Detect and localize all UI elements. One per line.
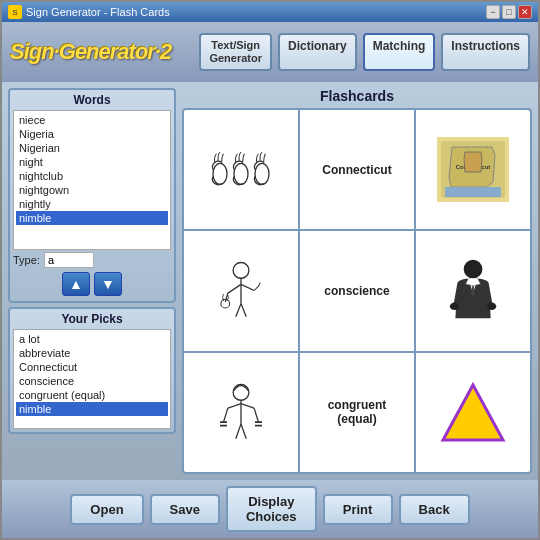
minimize-button[interactable]: −: [486, 5, 500, 19]
picks-list[interactable]: a lot abbreviate Connecticut conscience …: [13, 329, 171, 429]
word-item[interactable]: Nigerian: [16, 141, 168, 155]
flashcards-grid: Connecticut Connecticut: [182, 108, 532, 474]
title-bar: S Sign Generator - Flash Cards − □ ✕: [2, 2, 538, 22]
nav-instructions[interactable]: Instructions: [441, 33, 530, 71]
pick-item[interactable]: Connecticut: [16, 360, 168, 374]
word-connecticut: Connecticut: [322, 163, 391, 177]
type-label: Type:: [13, 254, 40, 266]
fc-sign-conscience: [184, 231, 298, 350]
toolbar: Open Save Display Choices Print Back: [2, 480, 538, 538]
display-choices-button[interactable]: Display Choices: [226, 486, 317, 532]
header: Sign·Generator·2 Text/Sign Generator Dic…: [2, 22, 538, 82]
word-item[interactable]: nightgown: [16, 183, 168, 197]
flashcards-title: Flashcards: [182, 88, 532, 104]
nav-dictionary[interactable]: Dictionary: [278, 33, 357, 71]
svg-rect-5: [445, 187, 501, 197]
svg-point-12: [233, 384, 249, 400]
left-panel: Words niece Nigeria Nigerian night night…: [8, 88, 176, 474]
fc-word-conscience: conscience: [300, 231, 414, 350]
pick-item[interactable]: congruent (equal): [16, 388, 168, 402]
arrow-up-button[interactable]: ▲: [62, 272, 90, 296]
fc-silhouette-conscience: [416, 231, 530, 350]
pick-item[interactable]: conscience: [16, 374, 168, 388]
svg-point-1: [234, 164, 248, 185]
person-silhouette-svg: [446, 258, 501, 323]
fc-map-connecticut: Connecticut: [416, 110, 530, 229]
word-item[interactable]: nightclub: [16, 169, 168, 183]
svg-point-11: [486, 303, 495, 310]
right-panel: Flashcards: [182, 88, 532, 474]
main-window: S Sign Generator - Flash Cards − □ ✕ Sig…: [0, 0, 540, 540]
maximize-button[interactable]: □: [502, 5, 516, 19]
word-item[interactable]: nightly: [16, 197, 168, 211]
nav-buttons: Text/Sign Generator Dictionary Matching …: [183, 33, 530, 71]
connecticut-sign-svg: [206, 137, 276, 202]
fc-word-connecticut: Connecticut: [300, 110, 414, 229]
conscience-sign-svg: [206, 258, 276, 323]
word-list[interactable]: niece Nigeria Nigerian night nightclub n…: [13, 110, 171, 250]
svg-point-7: [233, 263, 249, 279]
type-row: Type:: [13, 250, 171, 270]
word-conscience: conscience: [324, 284, 389, 298]
fc-word-congruent: congruent(equal): [300, 353, 414, 472]
fc-sign-connecticut: [184, 110, 298, 229]
picks-box: Your Picks a lot abbreviate Connecticut …: [8, 307, 176, 434]
svg-point-0: [213, 164, 227, 185]
words-box: Words niece Nigeria Nigerian night night…: [8, 88, 176, 303]
word-congruent: congruent(equal): [328, 398, 387, 426]
svg-point-10: [449, 303, 458, 310]
picks-title: Your Picks: [13, 312, 171, 326]
svg-point-2: [255, 164, 269, 185]
close-button[interactable]: ✕: [518, 5, 532, 19]
word-item[interactable]: night: [16, 155, 168, 169]
words-title: Words: [13, 93, 171, 107]
app-logo: Sign·Generator·2: [10, 39, 171, 65]
title-bar-controls: − □ ✕: [486, 5, 532, 19]
fc-triangle-congruent: [416, 353, 530, 472]
title-bar-left: S Sign Generator - Flash Cards: [8, 5, 170, 19]
save-button[interactable]: Save: [150, 494, 220, 525]
nav-text-sign[interactable]: Text/Sign Generator: [199, 33, 272, 71]
svg-marker-13: [443, 385, 503, 440]
pick-item-selected[interactable]: nimble: [16, 402, 168, 416]
word-item-selected[interactable]: nimble: [16, 211, 168, 225]
print-button[interactable]: Print: [323, 494, 393, 525]
pick-item[interactable]: a lot: [16, 332, 168, 346]
congruent-sign-svg: [206, 380, 276, 445]
open-button[interactable]: Open: [70, 494, 143, 525]
nav-matching[interactable]: Matching: [363, 33, 436, 71]
pick-item[interactable]: abbreviate: [16, 346, 168, 360]
triangle-svg: [438, 380, 508, 445]
triangle-container: [438, 380, 508, 445]
fc-sign-congruent: [184, 353, 298, 472]
back-button[interactable]: Back: [399, 494, 470, 525]
svg-point-9: [463, 260, 482, 279]
type-input[interactable]: [44, 252, 94, 268]
arrow-down-button[interactable]: ▼: [94, 272, 122, 296]
app-icon: S: [8, 5, 22, 19]
arrow-buttons: ▲ ▼: [13, 270, 171, 298]
window-title: Sign Generator - Flash Cards: [26, 6, 170, 18]
word-item[interactable]: niece: [16, 113, 168, 127]
connecticut-map-svg: Connecticut: [437, 137, 509, 202]
word-item[interactable]: Nigeria: [16, 127, 168, 141]
main-content: Words niece Nigeria Nigerian night night…: [2, 82, 538, 480]
